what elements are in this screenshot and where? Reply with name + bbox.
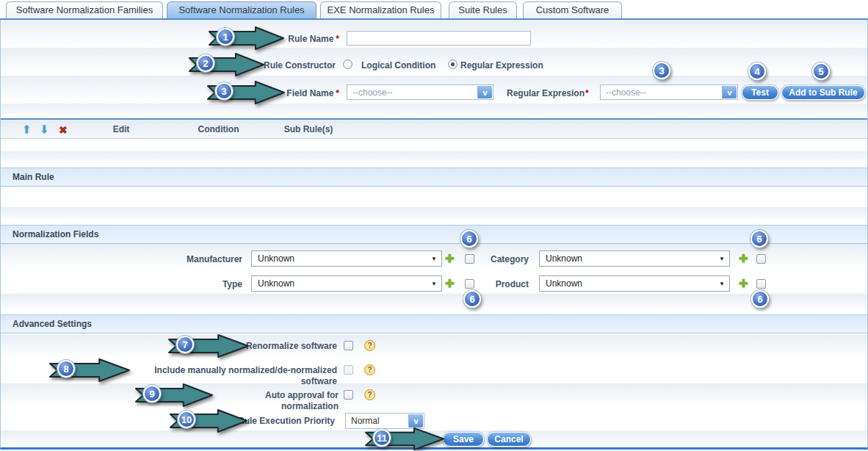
rule-name-label-text: Rule Name xyxy=(288,34,333,44)
dropdown-arrow-icon: ▼ xyxy=(719,251,725,266)
chevron-down-icon[interactable]: v xyxy=(408,414,423,427)
type-select-value: Unknown xyxy=(258,276,294,291)
annotation-badge-4: 4 xyxy=(748,62,766,80)
radio-logical-condition-label: Logical Condition xyxy=(361,60,435,71)
regular-expression-select-value: --choose-- xyxy=(606,85,646,99)
manufacturer-label: Manufacturer xyxy=(169,254,242,265)
grid-header-sub-rules: Sub Rule(s) xyxy=(275,120,341,139)
annotation-badge-1: 1 xyxy=(217,28,234,46)
required-marker: * xyxy=(336,34,339,44)
manufacturer-select[interactable]: Unknown ▼ xyxy=(251,250,442,267)
annotation-badge-10: 10 xyxy=(178,411,195,428)
tab-software-normalization-rules[interactable]: Software Normalization Rules xyxy=(167,1,317,18)
tab-exe-normalization-rules[interactable]: EXE Normalization Rules xyxy=(320,1,441,18)
rule-constructor-label-text: Rule Constructor xyxy=(264,60,336,71)
annotation-badge-7: 7 xyxy=(176,336,194,353)
rule-execution-priority-label: Rule Execution Priority xyxy=(235,416,335,427)
annotation-arrow-8: 8 xyxy=(48,358,131,383)
save-button[interactable]: Save xyxy=(443,432,484,447)
annotation-badge-3b: 3 xyxy=(653,62,670,79)
row-band xyxy=(1,151,867,165)
annotation-badge-6-manufacturer: 6 xyxy=(460,230,478,248)
required-marker: * xyxy=(585,88,589,98)
annotation-arrow-11: 11 xyxy=(364,427,445,451)
row-band xyxy=(1,335,867,358)
include-manual-checkbox[interactable] xyxy=(344,365,353,375)
add-to-sub-rule-button[interactable]: Add to Sub Rule xyxy=(781,85,865,100)
manufacturer-checkbox[interactable] xyxy=(465,254,474,264)
annotation-arrow-10: 10 xyxy=(169,408,248,433)
annotation-badge-6-product: 6 xyxy=(751,290,769,308)
category-label: Category xyxy=(477,254,529,265)
annotation-badge-9: 9 xyxy=(143,385,161,403)
chevron-down-icon[interactable]: v xyxy=(722,86,737,98)
radio-logical-condition[interactable] xyxy=(343,59,352,69)
advanced-settings-section-header: Advanced Settings xyxy=(1,314,867,333)
annotation-badge-6-type: 6 xyxy=(463,290,481,308)
category-checkbox[interactable] xyxy=(756,254,766,264)
delete-icon[interactable]: ✖ xyxy=(59,123,68,137)
annotation-badge-5: 5 xyxy=(812,62,830,80)
renormalize-software-checkbox[interactable] xyxy=(344,341,353,350)
annotation-badge-11: 11 xyxy=(373,429,391,447)
help-icon[interactable]: ? xyxy=(364,340,375,351)
required-marker: * xyxy=(336,88,339,98)
field-name-select-value: --choose-- xyxy=(352,85,393,99)
radio-regular-expression[interactable] xyxy=(448,59,457,69)
product-label: Product xyxy=(477,279,529,290)
annotation-arrow-9: 9 xyxy=(134,383,214,408)
annotation-arrow-3: 3 xyxy=(206,80,286,105)
help-icon[interactable]: ? xyxy=(364,389,375,400)
type-select[interactable]: Unknown ▼ xyxy=(251,275,442,292)
tab-custom-software[interactable]: Custom Software xyxy=(523,1,622,18)
test-button[interactable]: Test xyxy=(742,85,778,100)
chevron-down-icon[interactable]: v xyxy=(477,86,492,98)
move-down-icon[interactable]: ⬇ xyxy=(40,123,49,136)
regular-expression-label-text: Regular Expresion xyxy=(507,88,585,98)
annotation-badge-8: 8 xyxy=(57,360,75,378)
field-name-select[interactable]: --choose-- v xyxy=(347,84,493,100)
product-select-value: Unknown xyxy=(546,276,582,291)
annotation-arrow-1: 1 xyxy=(208,26,285,51)
type-label: Type xyxy=(169,279,242,290)
manufacturer-select-value: Unknown xyxy=(258,251,294,266)
type-checkbox[interactable] xyxy=(465,279,474,289)
dropdown-arrow-icon: ▼ xyxy=(431,276,437,291)
row-band xyxy=(1,207,867,222)
tab-suite-rules[interactable]: Suite Rules xyxy=(449,1,517,18)
field-name-label-text: Field Name xyxy=(286,88,333,98)
category-select[interactable]: Unknown ▼ xyxy=(539,250,730,267)
regular-expression-label: Regular Expresion* xyxy=(507,88,593,99)
software-normalization-rules-page: Software Normalization Families Software… xyxy=(0,0,868,451)
help-icon[interactable]: ? xyxy=(364,364,375,375)
cancel-button[interactable]: Cancel xyxy=(487,432,531,447)
normalization-fields-section-header: Normalization Fields xyxy=(1,225,867,244)
auto-approval-checkbox[interactable] xyxy=(344,390,353,400)
annotation-arrow-7: 7 xyxy=(167,333,250,358)
grid-header-condition: Condition xyxy=(187,120,250,139)
regular-expression-select[interactable]: --choose-- v xyxy=(600,84,738,100)
grid-header-edit: Edit xyxy=(103,120,140,139)
annotation-badge-6-category: 6 xyxy=(751,230,768,248)
row-band xyxy=(1,104,867,118)
annotation-badge-2: 2 xyxy=(197,54,214,72)
add-type-icon[interactable]: ✚ xyxy=(445,278,455,289)
product-checkbox[interactable] xyxy=(756,279,766,289)
add-product-icon[interactable]: ✚ xyxy=(739,278,748,289)
add-category-icon[interactable]: ✚ xyxy=(739,253,748,264)
product-select[interactable]: Unknown ▼ xyxy=(539,275,730,292)
rule-name-input[interactable] xyxy=(347,31,531,46)
tab-software-normalization-families[interactable]: Software Normalization Families xyxy=(6,1,163,18)
dropdown-arrow-icon: ▼ xyxy=(719,276,725,291)
add-manufacturer-icon[interactable]: ✚ xyxy=(445,253,455,264)
category-select-value: Unknown xyxy=(546,251,582,266)
row-band xyxy=(1,294,867,313)
rule-execution-priority-value: Normal xyxy=(351,414,380,428)
dropdown-arrow-icon: ▼ xyxy=(431,251,437,266)
main-rule-section-header: Main Rule xyxy=(1,167,867,187)
radio-regular-expression-label: Regular Expression xyxy=(460,60,543,71)
annotation-badge-3: 3 xyxy=(215,82,233,100)
move-up-icon[interactable]: ⬆ xyxy=(22,123,32,136)
annotation-arrow-2: 2 xyxy=(188,52,265,77)
